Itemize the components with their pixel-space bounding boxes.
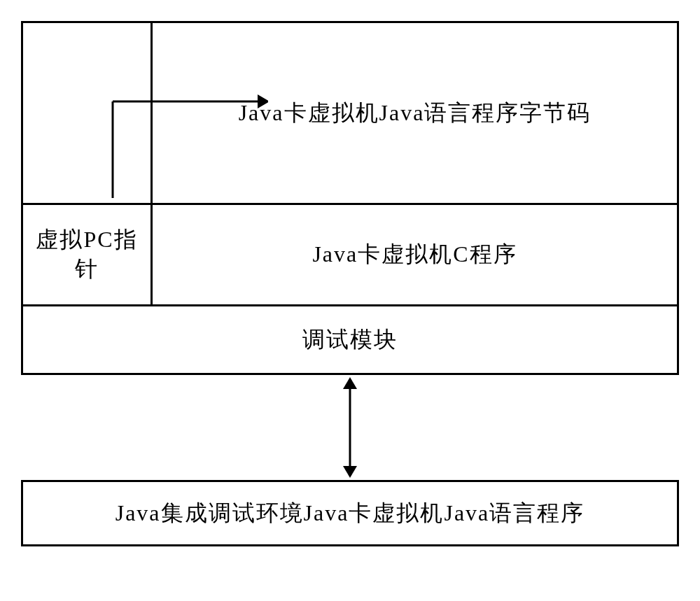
svg-marker-4 <box>343 377 357 389</box>
debug-environment-box: Java集成调试环境Java卡虚拟机Java语言程序 <box>21 480 679 546</box>
top-left-cell <box>23 23 153 205</box>
debug-module-label: 调试模块 <box>302 325 398 355</box>
double-arrow-icon <box>336 375 364 480</box>
arrow-pointer <box>107 24 268 199</box>
architecture-diagram: Java卡虚拟机Java语言程序字节码 虚拟PC指 针 Java卡虚拟机C程序 … <box>21 21 679 546</box>
bytecode-label: Java卡虚拟机Java语言程序字节码 <box>239 98 592 129</box>
pc-pointer-box: 虚拟PC指 针 <box>23 205 153 306</box>
c-program-box: Java卡虚拟机C程序 <box>153 205 677 306</box>
debug-environment-label: Java集成调试环境Java卡虚拟机Java语言程序 <box>115 498 585 529</box>
top-row: Java卡虚拟机Java语言程序字节码 <box>23 23 677 205</box>
pc-pointer-label: 虚拟PC指 针 <box>36 225 137 283</box>
connector <box>21 375 679 480</box>
c-program-label: Java卡虚拟机C程序 <box>312 239 517 270</box>
middle-row: 虚拟PC指 针 Java卡虚拟机C程序 <box>23 205 677 306</box>
svg-marker-2 <box>258 94 268 108</box>
upper-container: Java卡虚拟机Java语言程序字节码 虚拟PC指 针 Java卡虚拟机C程序 … <box>21 21 679 375</box>
debug-module-box: 调试模块 <box>23 306 677 373</box>
svg-marker-5 <box>343 466 357 478</box>
